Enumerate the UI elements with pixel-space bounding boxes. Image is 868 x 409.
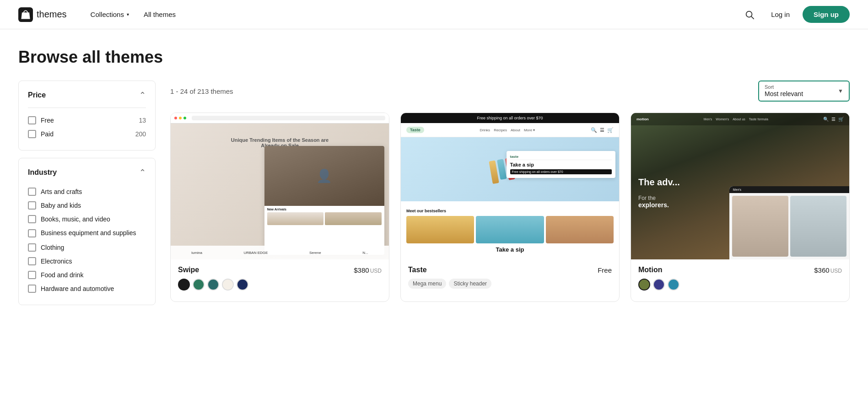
hardware-checkbox[interactable] [28, 285, 36, 293]
signup-button[interactable]: Sign up [803, 6, 850, 23]
filter-row-business: Business equipment and supplies [28, 226, 146, 241]
sort-label: Sort [765, 84, 834, 90]
theme-card-swipe[interactable]: Unique Trending Items of the Season areA… [170, 113, 389, 302]
taste-top-banner: Free shipping on all orders over $70 [401, 113, 619, 123]
motion-color-purple[interactable] [653, 279, 665, 291]
filter-row-books: Books, music, and video [28, 212, 146, 226]
free-checkbox[interactable] [28, 116, 36, 124]
swipe-color-cream[interactable] [222, 279, 234, 291]
business-checkbox[interactable] [28, 229, 36, 237]
header-actions: Log in Sign up [741, 6, 850, 23]
industry-filter-title: Industry [28, 168, 57, 177]
price-filter-header: Price ⌃ [28, 90, 146, 100]
sort-select[interactable]: Most relevant Price: Low to high Price: … [765, 90, 834, 97]
themes-count: 1 - 24 of 213 themes [170, 87, 233, 95]
main-nav: Collections ▾ All themes [85, 7, 741, 22]
themes-area: 1 - 24 of 213 themes Sort Most relevant … [170, 81, 850, 312]
filter-row-arts: Arts and crafts [28, 185, 146, 199]
filter-row-food: Food and drink [28, 268, 146, 282]
taste-tag-sticky-header: Sticky header [449, 279, 491, 289]
books-checkbox[interactable] [28, 215, 36, 223]
paid-label[interactable]: Paid [41, 130, 54, 138]
motion-color-blue[interactable] [668, 279, 679, 291]
industry-filter-toggle[interactable]: ⌃ [139, 167, 146, 178]
swipe-preview-image: Unique Trending Items of the Season areA… [171, 113, 389, 259]
themes-toolbar: 1 - 24 of 213 themes Sort Most relevant … [170, 81, 850, 102]
taste-theme-tags: Mega menu Sticky header [408, 279, 612, 289]
sort-chevron-icon: ▼ [838, 88, 843, 94]
books-label[interactable]: Books, music, and video [41, 215, 110, 223]
industry-filter-header: Industry ⌃ [28, 167, 146, 178]
food-label[interactable]: Food and drink [41, 271, 83, 279]
price-filter-toggle[interactable]: ⌃ [139, 90, 146, 100]
filter-row-free: Free 13 [28, 113, 146, 127]
clothing-checkbox[interactable] [28, 243, 36, 252]
motion-theme-price: $360USD [814, 266, 842, 274]
logo-text: themes [37, 9, 67, 20]
taste-nav-bar: Taste DrinksRecipesAboutMore ▾ 🔍 ☰ 🛒 [401, 123, 619, 137]
swipe-color-swatches [178, 279, 382, 291]
search-icon [744, 10, 755, 20]
motion-card-footer: Motion $360USD [631, 259, 849, 301]
free-label[interactable]: Free [41, 117, 54, 124]
page-title: Browse all themes [18, 48, 850, 67]
paid-count: 200 [135, 130, 146, 138]
baby-checkbox[interactable] [28, 201, 36, 210]
taste-card-footer: Taste Free Mega menu Sticky header [401, 259, 619, 295]
industry-filter-section: Industry ⌃ Arts and crafts Baby and kids… [18, 158, 156, 305]
clothing-label[interactable]: Clothing [41, 244, 64, 251]
header: themes Collections ▾ All themes Log in S… [0, 0, 868, 29]
shopify-bag-icon [18, 7, 33, 22]
sort-dropdown-wrapper: Sort Most relevant Price: Low to high Pr… [758, 81, 850, 102]
search-button[interactable] [741, 6, 758, 23]
motion-bottom-card: Men's [729, 186, 849, 259]
hero-section: Browse all themes [0, 29, 868, 81]
theme-card-taste[interactable]: Free shipping on all orders over $70 Tas… [400, 113, 620, 302]
chevron-down-icon: ▾ [127, 12, 129, 17]
filter-row-electronics: Electronics [28, 254, 146, 268]
filter-row-clothing: Clothing [28, 241, 146, 254]
motion-color-olive[interactable] [638, 279, 650, 291]
price-filter-title: Price [28, 91, 46, 99]
price-filter-section: Price ⌃ Free 13 Paid 200 [18, 81, 156, 151]
themes-grid: Unique Trending Items of the Season areA… [170, 113, 850, 302]
nav-all-themes[interactable]: All themes [138, 7, 181, 22]
swipe-color-black[interactable] [178, 279, 190, 291]
taste-preview-image: Free shipping on all orders over $70 Tas… [401, 113, 619, 259]
hardware-label[interactable]: Hardware and automotive [41, 285, 114, 292]
filter-row-baby: Baby and kids [28, 199, 146, 212]
swipe-card-footer: Swipe $380USD [171, 259, 389, 301]
filter-row-hardware: Hardware and automotive [28, 282, 146, 296]
taste-tag-mega-menu: Mega menu [408, 279, 446, 289]
swipe-theme-name: Swipe [178, 266, 199, 274]
paid-checkbox[interactable] [28, 130, 36, 138]
taste-theme-price: Free [598, 266, 612, 274]
free-count: 13 [139, 117, 146, 124]
theme-card-motion[interactable]: motion Men's Women's About us Taste form… [631, 113, 850, 302]
filter-row-paid: Paid 200 [28, 127, 146, 141]
logo[interactable]: themes [18, 7, 67, 22]
swipe-theme-price: $380USD [354, 266, 382, 274]
sidebar: Price ⌃ Free 13 Paid 200 [18, 81, 156, 312]
arts-label[interactable]: Arts and crafts [41, 188, 82, 195]
svg-line-2 [751, 16, 754, 19]
swipe-color-navy[interactable] [237, 279, 248, 291]
motion-theme-name: Motion [638, 266, 662, 274]
electronics-checkbox[interactable] [28, 257, 36, 265]
swipe-color-darkteal[interactable] [207, 279, 219, 291]
taste-theme-name: Taste [408, 266, 427, 274]
swipe-color-teal[interactable] [193, 279, 205, 291]
nav-collections[interactable]: Collections ▾ [85, 7, 135, 22]
main-content: Price ⌃ Free 13 Paid 200 [0, 81, 868, 331]
login-button[interactable]: Log in [766, 7, 795, 22]
baby-label[interactable]: Baby and kids [41, 202, 81, 209]
business-label[interactable]: Business equipment and supplies [41, 229, 136, 238]
motion-preview-image: motion Men's Women's About us Taste form… [631, 113, 849, 259]
food-checkbox[interactable] [28, 271, 36, 279]
mock-browser-bar [171, 113, 389, 124]
motion-color-swatches [638, 279, 842, 291]
electronics-label[interactable]: Electronics [41, 258, 72, 265]
arts-checkbox[interactable] [28, 188, 36, 196]
motion-nav-bar: motion Men's Women's About us Taste form… [631, 113, 849, 125]
